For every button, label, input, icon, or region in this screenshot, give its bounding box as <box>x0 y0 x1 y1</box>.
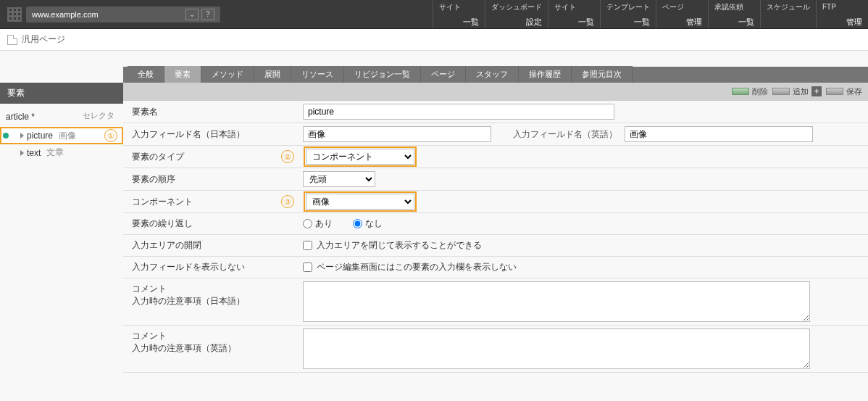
callout-1: ① <box>104 129 117 142</box>
dropdown-icon[interactable]: ⌄ <box>185 9 199 20</box>
row-element-name: 要素名 <box>123 101 868 123</box>
input-field-en[interactable] <box>625 126 813 142</box>
label-collapse: 入力エリアの開閉 <box>123 235 297 256</box>
selector-label: セレクタ <box>80 109 117 125</box>
callout-3: ③ <box>281 195 294 208</box>
label-element-name: 要素名 <box>123 102 297 123</box>
page-title: 汎用ページ <box>22 33 65 46</box>
topmenu-item-1[interactable]: ダッシュボード設定 <box>485 0 548 28</box>
workspace: 要素 article * セレクタ picture画像①text文章 全般要素メ… <box>0 51 868 373</box>
topbar: www.example.com ⌄ ? サイト一覧ダッシュボード設定サイト一覧テ… <box>0 0 868 29</box>
select-element-type[interactable]: コンポーネント <box>306 149 414 165</box>
select-element-order[interactable]: 先頭 <box>303 171 375 187</box>
sidebar: 要素 article * セレクタ picture画像①text文章 <box>0 51 123 373</box>
triangle-icon <box>20 150 24 156</box>
main-pane: 全般要素メソッド展開リソースリビジョン一覧ページスタッフ操作履歴参照元目次 削除… <box>123 51 868 373</box>
label-component: コンポーネント <box>123 191 297 212</box>
select-component[interactable]: 画像 <box>306 194 414 210</box>
topmenu-item-0[interactable]: サイト一覧 <box>433 0 485 28</box>
row-element-type: 要素のタイプ ② コンポーネント <box>123 146 868 168</box>
add-button[interactable]: 追加+ <box>772 86 822 97</box>
topmenu-item-2[interactable]: サイト一覧 <box>548 0 600 28</box>
help-icon[interactable]: ? <box>201 9 214 20</box>
tab-ページ[interactable]: ページ <box>421 66 466 83</box>
triangle-icon <box>20 133 24 139</box>
subheader: 汎用ページ <box>0 29 868 51</box>
top-menu: サイト一覧ダッシュボード設定サイト一覧テンプレート一覧ページ管理承認依頼一覧スケ… <box>433 0 868 28</box>
topmenu-item-5[interactable]: 承認依頼一覧 <box>708 0 760 28</box>
hide-field-check[interactable]: ページ編集画面にはこの要素の入力欄を表示しない <box>303 261 517 273</box>
tab-リビジョン一覧[interactable]: リビジョン一覧 <box>344 66 421 83</box>
topbar-left: www.example.com ⌄ ? <box>0 0 228 28</box>
sidebar-list: article * セレクタ picture画像①text文章 <box>0 104 123 164</box>
active-dot-icon <box>3 133 9 139</box>
repeat-yes-radio[interactable] <box>303 219 312 228</box>
logo-icon <box>7 7 22 22</box>
hide-field-checkbox[interactable] <box>303 262 312 272</box>
collapse-checkbox[interactable] <box>303 241 312 250</box>
label-input-field-en: 入力フィールド名（英語） <box>513 128 617 141</box>
plus-icon: + <box>811 86 822 96</box>
tab-要素[interactable]: 要素 <box>164 66 201 83</box>
row-hide-field: 入力フィールドを表示しない ページ編集画面にはこの要素の入力欄を表示しない <box>123 257 868 278</box>
row-collapse: 入力エリアの開閉 入力エリアを閉じて表示することができる <box>123 235 868 257</box>
sitebar-icons: ⌄ ? <box>185 9 214 20</box>
tabs: 全般要素メソッド展開リソースリビジョン一覧ページスタッフ操作履歴参照元目次 <box>123 67 868 83</box>
tab-操作履歴[interactable]: 操作履歴 <box>519 66 572 83</box>
site-url-bar[interactable]: www.example.com ⌄ ? <box>26 7 220 22</box>
row-comment-en: コメント 入力時の注意事項（英語） <box>123 326 868 373</box>
sidebar-item-picture[interactable]: picture画像① <box>0 127 123 144</box>
label-input-field-ja: 入力フィールド名（日本語） <box>123 124 297 145</box>
tab-スタッフ[interactable]: スタッフ <box>466 66 519 83</box>
page-icon <box>7 35 17 45</box>
textarea-comment-en[interactable] <box>303 328 810 369</box>
topmenu-item-3[interactable]: テンプレート一覧 <box>600 0 656 28</box>
site-url: www.example.com <box>32 10 99 19</box>
repeat-no-radio[interactable] <box>353 219 362 228</box>
row-comment-ja: コメント 入力時の注意事項（日本語） <box>123 278 868 326</box>
repeat-yes[interactable]: あり <box>303 218 333 230</box>
tab-リソース[interactable]: リソース <box>291 66 344 83</box>
action-bar: 削除 追加+ 保存 <box>123 83 868 100</box>
tab-展開[interactable]: 展開 <box>254 66 291 83</box>
textarea-comment-ja[interactable] <box>303 281 810 322</box>
label-comment-ja: コメント 入力時の注意事項（日本語） <box>123 278 297 312</box>
input-field-ja[interactable] <box>303 126 491 142</box>
topmenu-item-6[interactable]: スケジュール <box>760 0 816 28</box>
sidebar-item-text[interactable]: text文章 <box>0 144 123 161</box>
label-element-order: 要素の順序 <box>123 169 297 190</box>
sidebar-heading: 要素 <box>0 83 123 104</box>
tab-参照元目次[interactable]: 参照元目次 <box>572 66 633 83</box>
repeat-no[interactable]: なし <box>353 218 383 230</box>
label-hide-field: 入力フィールドを表示しない <box>123 257 297 278</box>
row-repeat: 要素の繰り返し あり なし <box>123 213 868 235</box>
label-repeat: 要素の繰り返し <box>123 213 297 234</box>
row-component: コンポーネント ③ 画像 <box>123 191 868 213</box>
label-comment-en: コメント 入力時の注意事項（英語） <box>123 326 297 359</box>
save-button[interactable]: 保存 <box>826 86 862 97</box>
sidebar-group-label: article * <box>6 112 35 122</box>
row-element-order: 要素の順序 先頭 <box>123 168 868 191</box>
tab-全般[interactable]: 全般 <box>128 66 164 83</box>
repeat-radio-group: あり なし <box>303 218 383 230</box>
row-input-field-names: 入力フィールド名（日本語） 入力フィールド名（英語） <box>123 123 868 146</box>
label-element-type: 要素のタイプ <box>123 146 297 168</box>
form: 要素名 入力フィールド名（日本語） 入力フィールド名（英語） 要素のタイプ ② … <box>123 100 868 373</box>
collapse-check[interactable]: 入力エリアを閉じて表示することができる <box>303 239 482 252</box>
tab-メソッド[interactable]: メソッド <box>201 66 254 83</box>
delete-button[interactable]: 削除 <box>732 86 768 97</box>
callout-2: ② <box>281 150 294 163</box>
sidebar-group[interactable]: article * セレクタ <box>0 107 123 127</box>
topmenu-item-7[interactable]: FTP管理 <box>816 0 868 28</box>
input-element-name[interactable] <box>303 104 614 120</box>
topmenu-item-4[interactable]: ページ管理 <box>656 0 708 28</box>
